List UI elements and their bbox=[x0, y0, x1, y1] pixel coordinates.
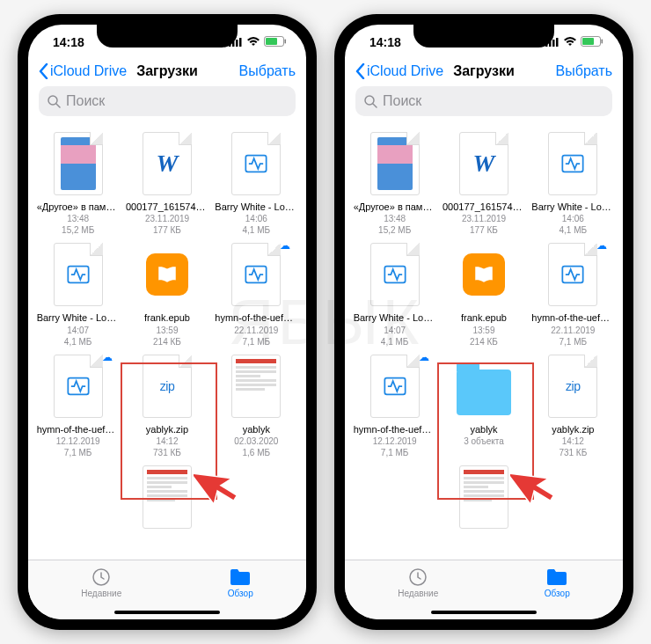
file-item[interactable]: ☁︎ hymn-of-the-uefa-c...ague 2 12.12.201… bbox=[354, 353, 436, 458]
search-placeholder: Поиск bbox=[66, 93, 105, 109]
file-name: hymn-of-the-uefa-c...ague 2 bbox=[37, 423, 120, 435]
file-name: Barry White - Low Rider bbox=[531, 201, 614, 213]
home-indicator[interactable] bbox=[114, 611, 220, 614]
file-thumbnail bbox=[140, 464, 194, 531]
file-name: frank.epub bbox=[126, 311, 208, 324]
back-button[interactable]: iCloud Drive bbox=[355, 63, 443, 79]
tab-label: Обзор bbox=[228, 589, 253, 598]
notch bbox=[413, 25, 554, 48]
clock-icon bbox=[407, 567, 428, 588]
file-item[interactable]: Barry White - Low Rider 2 14:07 4,1 МБ bbox=[37, 241, 120, 347]
tab-browse[interactable]: Обзор bbox=[228, 566, 253, 598]
search-icon bbox=[48, 95, 61, 108]
battery-icon bbox=[264, 35, 287, 49]
file-date: 13:48 bbox=[354, 213, 436, 224]
file-item[interactable]: Barry White - Low Rider 14:06 4,1 МБ bbox=[215, 130, 297, 236]
file-item[interactable]: Barry White - Low Rider 14:06 4,1 МБ bbox=[531, 130, 614, 236]
tab-label: Недавние bbox=[81, 589, 121, 598]
file-thumbnail bbox=[457, 464, 511, 531]
file-thumbnail bbox=[51, 130, 106, 197]
file-date: 14:12 bbox=[126, 435, 208, 447]
file-thumbnail bbox=[51, 353, 106, 420]
file-size: 214 КБ bbox=[126, 336, 208, 348]
file-thumbnail: W bbox=[457, 130, 511, 197]
select-button[interactable]: Выбрать bbox=[239, 63, 296, 79]
file-size: 177 КБ bbox=[443, 224, 525, 236]
chevron-left-icon bbox=[355, 63, 365, 79]
file-item[interactable]: «Другое» в памят...Яблык 13:48 15,2 МБ bbox=[37, 130, 120, 236]
clock-icon bbox=[91, 567, 112, 588]
file-date: 13:48 bbox=[37, 213, 120, 224]
select-button[interactable]: Выбрать bbox=[556, 63, 612, 79]
file-name: Barry White - Low Rider 2 bbox=[354, 311, 436, 324]
file-item[interactable]: zip yablyk.zip 14:12 731 КБ bbox=[531, 353, 614, 458]
file-name: frank.epub bbox=[443, 311, 525, 324]
file-size: 177 КБ bbox=[126, 224, 208, 236]
svg-rect-19 bbox=[582, 38, 594, 45]
tab-label: Недавние bbox=[398, 589, 438, 598]
tab-browse[interactable]: Обзор bbox=[545, 566, 570, 598]
file-thumbnail bbox=[457, 353, 511, 420]
wifi-icon bbox=[246, 35, 260, 49]
folder-icon bbox=[545, 567, 568, 587]
back-label: iCloud Drive bbox=[50, 63, 127, 79]
tab-recent[interactable]: Недавние bbox=[398, 566, 438, 598]
file-date: 22.11.2019 bbox=[215, 325, 297, 336]
search-input[interactable]: Поиск bbox=[39, 86, 296, 116]
file-date: 12.12.2019 bbox=[37, 435, 120, 447]
file-item[interactable]: yablyk 02.03.2020 1,6 МБ bbox=[215, 353, 297, 458]
file-name: hymn-of-the-uefa-c...ague 2 bbox=[354, 423, 436, 435]
screen: 14:18 iCloud Drive Загрузки Выбрать Поис… bbox=[345, 25, 623, 619]
file-name: Barry White - Low Rider bbox=[215, 201, 297, 213]
svg-rect-17 bbox=[556, 38, 559, 47]
file-item[interactable] bbox=[126, 464, 208, 534]
file-item[interactable]: Barry White - Low Rider 2 14:07 4,1 МБ bbox=[354, 241, 436, 347]
file-thumbnail bbox=[368, 241, 422, 308]
file-item[interactable] bbox=[443, 464, 525, 534]
file-name: «Другое» в памят...Яблык bbox=[354, 201, 436, 213]
folder-icon bbox=[229, 567, 252, 587]
file-size: 15,2 МБ bbox=[354, 224, 436, 236]
nav-bar: iCloud Drive Загрузки Выбрать bbox=[28, 60, 306, 84]
svg-rect-20 bbox=[602, 40, 603, 44]
file-date: 14:06 bbox=[531, 213, 614, 224]
search-input[interactable]: Поиск bbox=[355, 86, 612, 116]
file-name: 000177_161574_Post-...ila.doc bbox=[443, 201, 525, 213]
svg-rect-16 bbox=[552, 40, 555, 47]
file-date: 23.11.2019 bbox=[443, 213, 525, 224]
file-name: 000177_161574_Post-...ila.doc bbox=[126, 201, 208, 213]
back-button[interactable]: iCloud Drive bbox=[39, 63, 127, 79]
file-size: 4,1 МБ bbox=[354, 336, 436, 348]
file-item[interactable]: ☁︎ hymn-of-the-uefa-c...ague 2 12.12.201… bbox=[37, 353, 120, 458]
tab-label: Обзор bbox=[545, 589, 570, 598]
home-indicator[interactable] bbox=[431, 611, 537, 614]
file-item[interactable]: frank.epub 13:59 214 КБ bbox=[443, 241, 525, 347]
file-item[interactable]: W 000177_161574_Post-...ila.doc 23.11.20… bbox=[443, 130, 525, 236]
phone-frame: 14:18 iCloud Drive Загрузки Выбрать Поис… bbox=[18, 14, 317, 630]
file-item[interactable]: W 000177_161574_Post-...ila.doc 23.11.20… bbox=[126, 130, 208, 236]
svg-line-8 bbox=[56, 104, 60, 107]
file-item[interactable]: ☁︎ hymn-of-the-uefa-c...league 22.11.201… bbox=[215, 241, 297, 347]
file-thumbnail bbox=[229, 241, 283, 308]
file-thumbnail bbox=[368, 130, 422, 197]
phone-frame: 14:18 iCloud Drive Загрузки Выбрать Поис… bbox=[334, 14, 633, 630]
battery-icon bbox=[581, 35, 603, 49]
svg-rect-5 bbox=[266, 38, 277, 45]
tab-recent[interactable]: Недавние bbox=[81, 566, 121, 598]
file-thumbnail: W bbox=[140, 130, 194, 197]
file-item[interactable]: yablyk 3 объекта bbox=[443, 353, 525, 458]
file-thumbnail: zip bbox=[545, 353, 600, 420]
file-grid: «Другое» в памят...Яблык 13:48 15,2 МБ W… bbox=[345, 123, 623, 560]
file-size: 7,1 МБ bbox=[531, 336, 614, 348]
file-item[interactable]: ☁︎ hymn-of-the-uefa-c...league 22.11.201… bbox=[531, 241, 614, 347]
file-item[interactable]: zip yablyk.zip 14:12 731 КБ bbox=[126, 353, 208, 458]
file-item[interactable]: «Другое» в памят...Яблык 13:48 15,2 МБ bbox=[354, 130, 436, 236]
status-time: 14:18 bbox=[369, 35, 401, 49]
file-thumbnail bbox=[545, 130, 600, 197]
file-name: yablyk.zip bbox=[531, 423, 614, 435]
file-item[interactable]: frank.epub 13:59 214 КБ bbox=[126, 241, 208, 347]
file-size: 4,1 МБ bbox=[215, 224, 297, 236]
search-icon bbox=[364, 95, 377, 108]
file-thumbnail: zip bbox=[140, 353, 194, 420]
file-date: 14:06 bbox=[215, 213, 297, 224]
